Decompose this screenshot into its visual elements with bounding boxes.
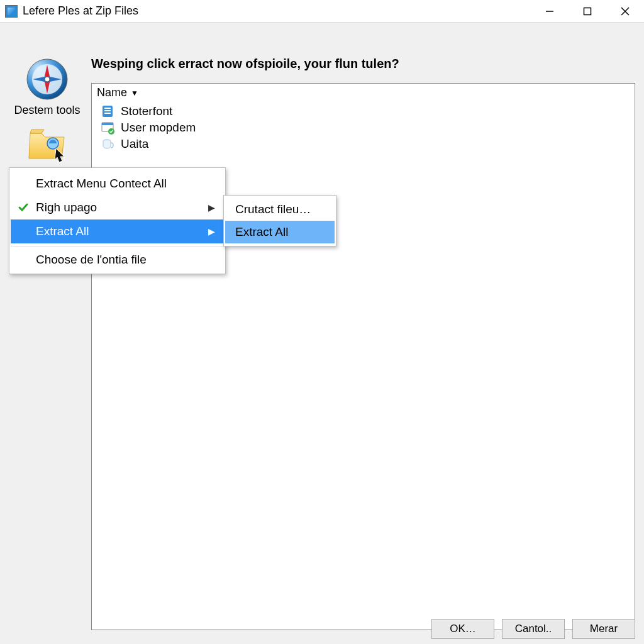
button-label: Merar <box>590 623 618 635</box>
more-button[interactable]: Merar <box>572 619 635 639</box>
compass-icon[interactable] <box>25 57 69 101</box>
document-icon <box>101 104 114 118</box>
svg-rect-1 <box>584 8 591 14</box>
list-item[interactable]: User mopdem <box>92 119 635 136</box>
svg-rect-13 <box>104 110 111 111</box>
submenu-item-extract-all[interactable]: Extract All <box>225 221 335 243</box>
dialog-window: Lefere Ples at Zip Files <box>0 0 644 644</box>
menu-item-label: Extract All <box>36 225 89 238</box>
titlebar: Lefere Ples at Zip Files <box>0 0 644 23</box>
folder-cursor-icon[interactable] <box>28 126 67 162</box>
cancel-button[interactable]: Cantol.. <box>502 619 565 639</box>
close-button[interactable] <box>606 0 644 23</box>
maximize-button[interactable] <box>569 0 606 23</box>
dialog-buttons: OK… Cantol.. Merar <box>431 619 635 639</box>
content-area: Destem tools Wesping <box>0 23 644 644</box>
menu-item-choose-file[interactable]: Choose de l'ontia file <box>11 246 224 270</box>
menu-item-label: Choose de l'ontia file <box>36 253 147 267</box>
sort-arrow-icon: ▼ <box>131 89 138 97</box>
window-check-icon <box>101 121 114 135</box>
check-icon <box>17 201 30 214</box>
submenu-item-crutact[interactable]: Crutact fileu… <box>225 198 335 221</box>
context-submenu: Crutact fileu… Extract All <box>223 195 336 247</box>
menu-item-extract-contect-all[interactable]: Extract Menu Contect All <box>11 172 224 196</box>
window-controls <box>531 0 644 23</box>
button-label: Cantol.. <box>515 623 552 635</box>
svg-point-8 <box>45 77 50 82</box>
cup-icon <box>101 137 114 151</box>
menu-item-extract-all[interactable]: Extract All ▶ <box>11 219 224 243</box>
context-menu: Extract Menu Contect All Righ upago ▶ Ex… <box>9 167 226 274</box>
submenu-arrow-icon: ▶ <box>208 203 215 213</box>
menu-item-righ-upago[interactable]: Righ upago ▶ <box>11 196 224 219</box>
svg-rect-14 <box>104 113 111 114</box>
tool-label: Destem tools <box>6 104 88 117</box>
minimize-icon <box>545 7 554 16</box>
window-title: Lefere Ples at Zip Files <box>23 4 138 18</box>
ok-button[interactable]: OK… <box>431 619 494 639</box>
menu-item-label: Righ upago <box>36 201 97 214</box>
svg-rect-12 <box>104 108 111 109</box>
menu-item-label: Crutact fileu… <box>235 203 311 216</box>
button-label: OK… <box>450 623 476 635</box>
dialog-heading: Wesping click erract now ofspioile, your… <box>91 57 399 71</box>
list-item[interactable]: Stoterfont <box>92 103 635 119</box>
close-icon <box>620 6 630 16</box>
list-item-label: Stoterfont <box>121 104 172 118</box>
list-item[interactable]: Uaita <box>92 136 635 152</box>
maximize-icon <box>583 7 592 16</box>
column-header-label: Name <box>97 86 127 99</box>
list-item-label: User mopdem <box>121 121 196 135</box>
left-panel: Destem tools <box>6 57 88 162</box>
svg-rect-16 <box>102 123 113 125</box>
minimize-button[interactable] <box>531 0 569 23</box>
menu-item-label: Extract All <box>235 225 288 239</box>
list-items: Stoterfont User mopdem Uaita <box>92 102 635 153</box>
list-item-label: Uaita <box>121 137 148 151</box>
column-header-name[interactable]: Name ▼ <box>92 84 635 102</box>
file-list[interactable]: Name ▼ Stoterfont User mopdem <box>91 83 635 630</box>
app-icon <box>5 5 18 18</box>
submenu-arrow-icon: ▶ <box>208 226 215 236</box>
menu-item-label: Extract Menu Contect All <box>36 177 167 191</box>
